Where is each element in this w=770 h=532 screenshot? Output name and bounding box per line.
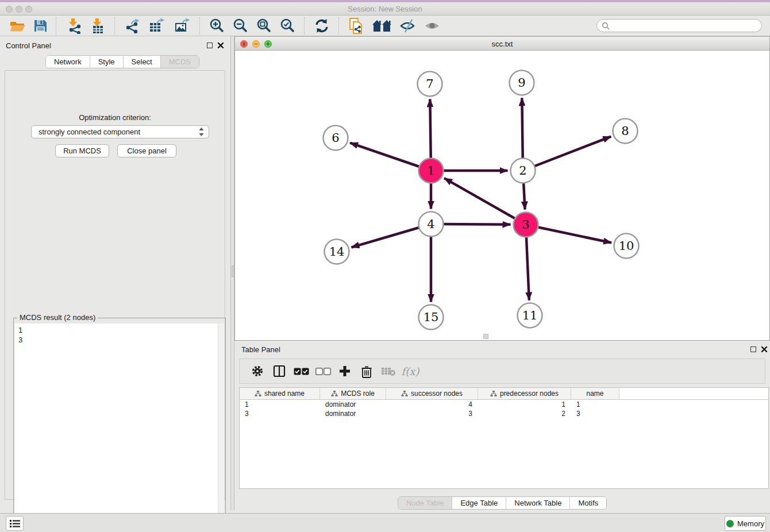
import-network-button[interactable] [61, 17, 86, 35]
table-body: 1dominator4113dominator323 [240, 400, 768, 418]
open-folder-icon [10, 19, 25, 33]
float-table-panel-icon[interactable] [750, 346, 756, 352]
column-header-shared-name[interactable]: shared name [240, 388, 320, 399]
svg-text:6: 6 [332, 131, 339, 145]
close-table-panel-icon[interactable] [761, 346, 768, 353]
graph-node-14[interactable]: 14 [325, 240, 349, 264]
svg-text:8: 8 [621, 124, 629, 138]
refresh-button[interactable] [310, 17, 334, 35]
delete-table-button [378, 366, 399, 376]
zoom-out-button[interactable] [229, 17, 252, 35]
export-image-button[interactable] [170, 17, 195, 35]
column-header-name[interactable]: name [571, 388, 619, 399]
tab-mcds[interactable]: MCDS [160, 56, 199, 68]
run-mcds-button[interactable]: Run MCDS [55, 144, 109, 157]
column-header-predecessor-nodes[interactable]: predecessor nodes [478, 388, 571, 399]
function-icon: f(x) [402, 365, 419, 377]
export-network-button[interactable] [120, 17, 144, 35]
graph-node-8[interactable]: 8 [613, 119, 638, 144]
open-session-button[interactable] [6, 17, 29, 35]
tab-edge-table[interactable]: Edge Table [452, 497, 506, 509]
task-history-button[interactable] [6, 516, 24, 531]
graph-node-6[interactable]: 6 [324, 126, 348, 151]
add-icon [338, 365, 351, 377]
graph-node-10[interactable]: 10 [614, 234, 639, 259]
table-row[interactable]: 3dominator323 [240, 409, 768, 418]
show-panels-button[interactable] [420, 17, 444, 35]
table-toolbar: f(x) [239, 358, 765, 384]
table-cell[interactable]: 2 [478, 410, 571, 418]
column-header-label: predecessor nodes [500, 390, 559, 398]
import-table-button[interactable] [86, 17, 110, 35]
delete-column-button[interactable] [356, 365, 378, 378]
column-header-MCDS-role[interactable]: MCDS role [320, 388, 386, 399]
zoom-selected-button[interactable] [276, 17, 299, 35]
tab-node-table[interactable]: Node Table [398, 497, 452, 509]
svg-text:15: 15 [424, 310, 439, 324]
graph-node-2[interactable]: 2 [511, 159, 536, 183]
column-header-successor-nodes[interactable]: successor nodes [386, 388, 478, 399]
main-toolbar [0, 16, 770, 36]
float-panel-icon[interactable] [207, 43, 213, 48]
edge-3-10[interactable] [526, 225, 611, 243]
table-cell[interactable]: 1 [478, 400, 571, 408]
hide-panels-button[interactable] [396, 17, 420, 35]
table-row[interactable]: 1dominator411 [240, 400, 768, 409]
edge-3-1[interactable] [444, 178, 526, 225]
search-input[interactable] [610, 21, 761, 30]
table-cell[interactable]: dominator [320, 410, 386, 418]
save-session-button[interactable] [29, 17, 51, 35]
show-all-networks-button[interactable] [368, 17, 396, 35]
result-scrollbar[interactable] [218, 323, 224, 532]
svg-text:1: 1 [427, 164, 434, 178]
canvas-resize-grip[interactable] [483, 334, 488, 339]
mcds-result-text[interactable]: 1 3 [15, 323, 224, 532]
table-cell[interactable]: 3 [240, 410, 320, 418]
graph-node-7[interactable]: 7 [418, 72, 442, 97]
deselect-all-button[interactable] [312, 368, 334, 375]
close-panel-button[interactable]: Close panel [117, 144, 176, 157]
graph-node-15[interactable]: 15 [419, 305, 444, 330]
graph-node-3[interactable]: 3 [514, 213, 538, 237]
list-icon [10, 519, 20, 528]
tab-network[interactable]: Network [46, 56, 90, 68]
tab-network-table[interactable]: Network Table [506, 497, 569, 509]
zoom-in-button[interactable] [205, 17, 229, 35]
graph-node-4[interactable]: 4 [419, 212, 444, 237]
memory-button[interactable]: Memory [725, 516, 766, 531]
panel-splitter[interactable] [230, 36, 234, 510]
export-table-button[interactable] [144, 17, 170, 35]
table-cell[interactable]: 3 [386, 410, 478, 418]
node-table[interactable]: shared nameMCDS rolesuccessor nodesprede… [239, 387, 769, 489]
zoom-fit-button[interactable] [252, 17, 276, 35]
toolbar-separator [199, 17, 201, 34]
table-header-row: shared nameMCDS rolesuccessor nodesprede… [240, 388, 768, 400]
column-header-label: MCDS role [341, 390, 375, 398]
criterion-dropdown[interactable]: strongly connected component [31, 125, 209, 138]
edge-2-8[interactable] [523, 137, 611, 171]
table-cell[interactable]: 1 [571, 400, 619, 408]
select-all-button[interactable] [290, 368, 312, 375]
close-panel-icon[interactable] [217, 42, 224, 49]
select-all-icon [294, 368, 309, 375]
graph-node-9[interactable]: 9 [510, 71, 534, 95]
table-cell[interactable]: 4 [386, 400, 478, 408]
add-column-button[interactable] [334, 365, 356, 377]
tab-select[interactable]: Select [123, 56, 160, 68]
graph-node-11[interactable]: 11 [518, 303, 542, 328]
network-graph[interactable]: 7968124314101511 [235, 51, 769, 340]
table-cell[interactable]: 3 [571, 410, 619, 418]
export-image-icon [174, 18, 191, 34]
show-columns-button[interactable] [268, 365, 290, 377]
network-canvas[interactable]: 7968124314101511 [234, 51, 770, 341]
clone-network-button[interactable] [344, 17, 368, 35]
table-settings-button[interactable] [247, 365, 268, 377]
graph-node-1[interactable]: 1 [419, 159, 444, 183]
table-cell[interactable]: dominator [320, 400, 386, 408]
tab-style[interactable]: Style [90, 56, 123, 68]
tab-motifs[interactable]: Motifs [569, 497, 606, 509]
network-window-titlebar[interactable]: x – + scc.txt [234, 36, 770, 51]
save-icon [33, 19, 47, 33]
table-cell[interactable]: 1 [240, 400, 320, 408]
search-field[interactable] [596, 19, 762, 32]
